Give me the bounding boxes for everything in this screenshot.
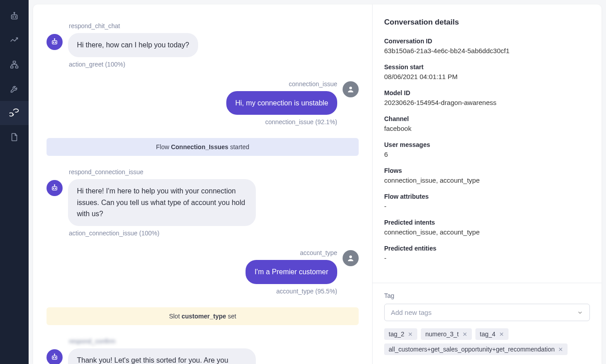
svg-point-10 — [55, 42, 56, 43]
tag-text: tag_2 — [389, 331, 404, 338]
sidebar-item-conversations[interactable] — [0, 101, 29, 125]
field-value: 20230626-154954-dragon-awareness — [384, 99, 590, 106]
chevron-down-icon — [577, 310, 583, 316]
tag-text: tag_4 — [480, 331, 496, 338]
sidebar-item-settings[interactable] — [0, 77, 29, 101]
banner-prefix: Slot — [169, 313, 182, 320]
field-user-messages: User messages 6 — [384, 141, 590, 158]
bot-bubble: Hi there! I'm here to help you with your… — [68, 179, 256, 226]
svg-point-13 — [349, 87, 352, 89]
field-value: 08/06/2021 04:01:11 PM — [384, 73, 590, 80]
svg-rect-6 — [11, 66, 13, 68]
bot-row: Hi there, how can I help you today? acti… — [47, 33, 359, 68]
tags-section: Tag Add new tags tag_2✕ numero_3_t✕ tag_… — [373, 283, 602, 364]
flow-started-banner: Flow Connection_Issues started — [47, 138, 359, 156]
intent-confidence-label: account_type (95.5%) — [275, 288, 337, 295]
slot-set-banner: Slot customer_type set — [47, 307, 359, 325]
bot-icon — [51, 184, 59, 192]
svg-point-18 — [54, 185, 55, 186]
bot-row: Thank you! Let's get this sorted for you… — [47, 348, 359, 364]
action-label: action_connection_issue (100%) — [68, 230, 256, 237]
field-label: Channel — [384, 115, 590, 122]
bot-avatar — [47, 180, 63, 196]
banner-suffix: started — [229, 143, 250, 151]
chat-icon — [9, 108, 19, 118]
bot-message-group: respond_chit_chat Hi there, how can I he… — [47, 22, 359, 68]
tag-remove-icon[interactable]: ✕ — [499, 331, 504, 337]
tag-text: numero_3_t — [425, 331, 459, 338]
bot-icon — [9, 12, 19, 21]
sidebar-item-bot[interactable] — [0, 4, 29, 29]
user-row: connection_issue Hi, my connection is un… — [47, 80, 359, 126]
bot-avatar — [47, 349, 63, 364]
field-label: Model ID — [384, 89, 590, 96]
field-value: 6 — [384, 151, 590, 158]
field-value: connection_issue, account_type — [384, 228, 590, 236]
document-icon — [9, 132, 19, 142]
user-row: account_type I'm a Premier customer acco… — [47, 249, 359, 295]
field-predicted-entities: Predicted entities - — [384, 245, 590, 262]
field-label: Predicted intents — [384, 219, 590, 226]
intent-label: connection_issue — [288, 80, 337, 88]
field-flows: Flows connection_issue, account_type — [384, 167, 590, 184]
details-body[interactable]: Conversation details Conversation ID 63b… — [373, 4, 602, 283]
tag-text: all_customers+get_sales_opportunity+get_… — [389, 346, 555, 353]
svg-point-16 — [55, 188, 56, 189]
svg-point-12 — [54, 39, 55, 40]
sidebar-item-analytics[interactable] — [0, 29, 29, 53]
user-message-group: account_type I'm a Premier customer acco… — [47, 249, 359, 295]
field-value: - — [384, 254, 590, 262]
action-label: action_greet (100%) — [68, 61, 198, 68]
field-label: Conversation ID — [384, 38, 590, 45]
tag-remove-icon[interactable]: ✕ — [558, 347, 563, 352]
bot-message-group: respond_confirm Thank you! Let's get thi… — [47, 338, 359, 364]
svg-point-15 — [53, 188, 54, 189]
intent-label: respond_chit_chat — [68, 22, 359, 29]
user-bubble: Hi, my connection is unstable — [226, 91, 337, 115]
app-root: respond_chit_chat Hi there, how can I he… — [0, 0, 606, 364]
main-container: respond_chit_chat Hi there, how can I he… — [33, 4, 602, 364]
svg-point-24 — [54, 354, 55, 355]
svg-rect-5 — [13, 61, 16, 63]
details-panel: Conversation details Conversation ID 63b… — [373, 4, 602, 364]
svg-point-2 — [15, 17, 16, 17]
bot-icon — [51, 353, 59, 361]
svg-rect-7 — [16, 66, 18, 68]
bot-bubble: Hi there, how can I help you today? — [68, 33, 198, 57]
field-value: facebook — [384, 125, 590, 132]
bot-message-group: respond_connection_issue Hi there! I'm h… — [47, 168, 359, 237]
tag-chip: tag_2✕ — [384, 328, 417, 340]
field-value: 63b150a6-21a3-4e6c-bb24-5ab6ddc30cf1 — [384, 47, 590, 54]
hierarchy-icon — [9, 60, 19, 70]
banner-prefix: Flow — [156, 143, 171, 151]
sidebar-item-documents[interactable] — [0, 125, 29, 149]
field-label: Session start — [384, 63, 590, 71]
field-predicted-intents: Predicted intents connection_issue, acco… — [384, 219, 590, 236]
intent-label: respond_connection_issue — [68, 168, 359, 176]
tags-label: Tag — [384, 292, 590, 299]
tag-chip: numero_3_t✕ — [421, 328, 472, 340]
tag-remove-icon[interactable]: ✕ — [408, 331, 413, 337]
svg-point-22 — [55, 357, 56, 358]
chart-icon — [9, 36, 19, 46]
field-label: User messages — [384, 141, 590, 148]
tag-chip: tag_4✕ — [475, 328, 509, 340]
tag-input[interactable]: Add new tags — [384, 304, 590, 321]
sidebar — [0, 0, 29, 364]
tag-remove-icon[interactable]: ✕ — [462, 331, 467, 337]
field-label: Flow attributes — [384, 193, 590, 200]
field-channel: Channel facebook — [384, 115, 590, 132]
field-value: - — [384, 202, 590, 210]
intent-label: respond_confirm — [68, 338, 359, 345]
tags-row: tag_2✕ numero_3_t✕ tag_4✕ all_customers+… — [384, 328, 590, 355]
sidebar-item-flows[interactable] — [0, 53, 29, 77]
tag-chip: all_customers+get_sales_opportunity+get_… — [384, 343, 568, 355]
svg-point-19 — [349, 255, 352, 258]
field-label: Flows — [384, 167, 590, 174]
banner-slot-name: customer_type — [182, 313, 226, 320]
chat-panel[interactable]: respond_chit_chat Hi there, how can I he… — [33, 4, 373, 364]
bot-icon — [51, 38, 59, 46]
svg-point-4 — [14, 13, 15, 13]
bot-avatar — [47, 34, 63, 50]
svg-point-9 — [53, 42, 54, 43]
